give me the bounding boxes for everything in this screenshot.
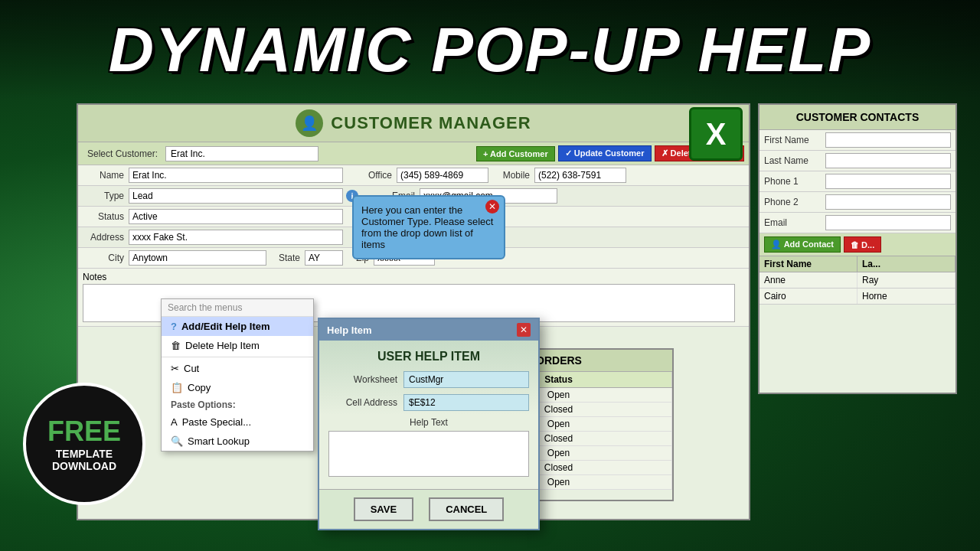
contact-lastname-row: Last Name [760, 151, 956, 171]
name-row: Name Erat Inc. Office (345) 589-4869 Mob… [78, 165, 749, 186]
help-dialog-title-bar: Help Item ✕ [319, 319, 538, 341]
contact-firstname-input[interactable] [825, 132, 951, 148]
contact-list-row-cairo[interactable]: Cairo Horne [760, 289, 956, 305]
context-separator-1 [162, 357, 313, 357]
context-item-copy[interactable]: 📋 Copy [162, 378, 313, 397]
context-item-delete-help[interactable]: 🗑 Delete Help Item [162, 336, 313, 355]
contact-cairo-firstname: Cairo [760, 289, 858, 304]
context-item-add-help[interactable]: ? Add/Edit Help Item [162, 317, 313, 336]
contact-buttons: 👤 Add Contact 🗑 D... [760, 233, 956, 256]
help-worksheet-row: Worksheet [328, 371, 529, 388]
state-value[interactable]: AY [305, 250, 343, 266]
cut-icon: ✂ [171, 363, 179, 374]
tooltip-text: Here you can enter the Customer Type. Pl… [361, 204, 493, 250]
name-value[interactable]: Erat Inc. [129, 168, 343, 183]
contacts-panel: CUSTOMER CONTACTS First Name Last Name P… [758, 103, 957, 394]
select-customer-label: Select Customer: [83, 147, 162, 161]
title-banner: DYNAMIC POP-UP HELP [0, 0, 980, 99]
office-value[interactable]: (345) 589-4869 [397, 168, 488, 183]
delete-contact-button[interactable]: 🗑 D... [844, 236, 881, 253]
download-text: DOWNLOAD [52, 460, 116, 472]
contact-firstname-label: First Name [764, 135, 825, 145]
contact-cairo-lastname: Horne [858, 289, 956, 304]
contact-list-row-anne[interactable]: Anne Ray [760, 272, 956, 289]
type-value[interactable]: Lead [129, 188, 343, 204]
city-value[interactable]: Anytown [129, 250, 266, 266]
type-label: Type [83, 191, 129, 201]
contact-phone1-input[interactable] [825, 174, 951, 189]
context-item-paste-special[interactable]: A Paste Special... [162, 412, 313, 432]
name-label: Name [83, 170, 129, 181]
sheet-header: 👤 CUSTOMER MANAGER [78, 105, 749, 142]
help-cell-address-label: Cell Address [328, 397, 397, 408]
contact-anne-firstname: Anne [760, 272, 858, 288]
mobile-value[interactable]: (522) 638-7591 [534, 168, 626, 183]
contact-phone1-label: Phone 1 [764, 176, 825, 187]
context-item-delete-help-label: Delete Help Item [185, 340, 260, 351]
address-label: Address [83, 232, 129, 243]
paste-icon: A [171, 416, 178, 428]
contact-phone1-row: Phone 1 [760, 171, 956, 192]
help-dialog-title: Help Item [327, 324, 372, 336]
context-item-cut-label: Cut [184, 363, 199, 374]
main-title: DYNAMIC POP-UP HELP [109, 14, 871, 86]
context-item-paste-special-label: Paste Special... [182, 416, 251, 428]
help-worksheet-label: Worksheet [328, 374, 397, 385]
help-dialog-save-button[interactable]: SAVE [354, 497, 413, 521]
contact-email-label: Email [764, 217, 825, 228]
tooltip-close-button[interactable]: ✕ [485, 200, 499, 214]
contacts-header: CUSTOMER CONTACTS [760, 105, 956, 130]
avatar-icon: 👤 [296, 109, 323, 137]
contact-phone2-label: Phone 2 [764, 197, 825, 207]
add-customer-button[interactable]: + Add Customer [476, 146, 555, 161]
help-dialog-close-button[interactable]: ✕ [517, 323, 531, 337]
template-text: TEMPLATE [56, 448, 113, 460]
help-dialog-cancel-button[interactable]: CANCEL [429, 497, 504, 521]
city-label: City [83, 253, 129, 263]
address-value[interactable]: xxxx Fake St. [129, 230, 343, 245]
excel-logo: X [689, 107, 750, 168]
mobile-label: Mobile [496, 170, 534, 181]
contact-list-col-lastname: La... [858, 256, 956, 272]
add-help-icon: ? [171, 321, 177, 332]
contact-lastname-input[interactable] [825, 153, 951, 168]
context-item-copy-label: Copy [188, 382, 211, 393]
help-dialog-footer: SAVE CANCEL [319, 489, 538, 529]
notes-label: Notes [83, 270, 744, 284]
update-customer-button[interactable]: ✓ Update Customer [558, 145, 652, 161]
copy-icon: 📋 [171, 382, 183, 393]
contact-phone2-row: Phone 2 [760, 192, 956, 213]
free-text: FREE [47, 416, 121, 448]
add-contact-button[interactable]: 👤 Add Contact [764, 236, 841, 253]
help-cell-address-input[interactable] [403, 394, 529, 411]
help-dialog-main-title: USER HELP ITEM [328, 350, 529, 364]
sheet-title: CUSTOMER MANAGER [331, 113, 531, 133]
customer-row: Select Customer: Erat Inc. + Add Custome… [78, 142, 749, 165]
tooltip-popup: ✕ Here you can enter the Customer Type. … [352, 195, 505, 259]
help-text-label: Help Text [328, 417, 529, 428]
context-item-smart-lookup[interactable]: 🔍 Smart Lookup [162, 432, 313, 451]
help-text-textarea[interactable] [328, 431, 529, 477]
office-label: Office [358, 170, 397, 181]
contact-list-header: First Name La... [760, 256, 956, 272]
help-dialog: Help Item ✕ USER HELP ITEM Worksheet Cel… [318, 318, 540, 530]
help-worksheet-input[interactable] [403, 371, 529, 388]
free-badge: FREE TEMPLATE DOWNLOAD [23, 383, 145, 505]
context-item-smart-lookup-label: Smart Lookup [188, 435, 250, 447]
context-item-cut[interactable]: ✂ Cut [162, 359, 313, 378]
context-menu: Search the menus ? Add/Edit Help Item 🗑 … [161, 298, 314, 452]
contact-list-col-firstname: First Name [760, 256, 858, 272]
delete-help-icon: 🗑 [171, 340, 181, 351]
status-label: Status [83, 211, 129, 222]
contact-phone2-input[interactable] [825, 194, 951, 210]
state-label: State [274, 253, 305, 263]
contact-anne-lastname: Ray [858, 272, 956, 288]
contact-lastname-label: Last Name [764, 155, 825, 166]
contact-email-input[interactable] [825, 215, 951, 230]
contact-email-row: Email [760, 213, 956, 233]
help-dialog-body: USER HELP ITEM Worksheet Cell Address He… [319, 341, 538, 489]
select-customer-value[interactable]: Erat Inc. [165, 146, 318, 161]
contact-firstname-row: First Name [760, 130, 956, 151]
status-value[interactable]: Active [129, 209, 343, 224]
context-item-add-help-label: Add/Edit Help Item [181, 321, 270, 332]
